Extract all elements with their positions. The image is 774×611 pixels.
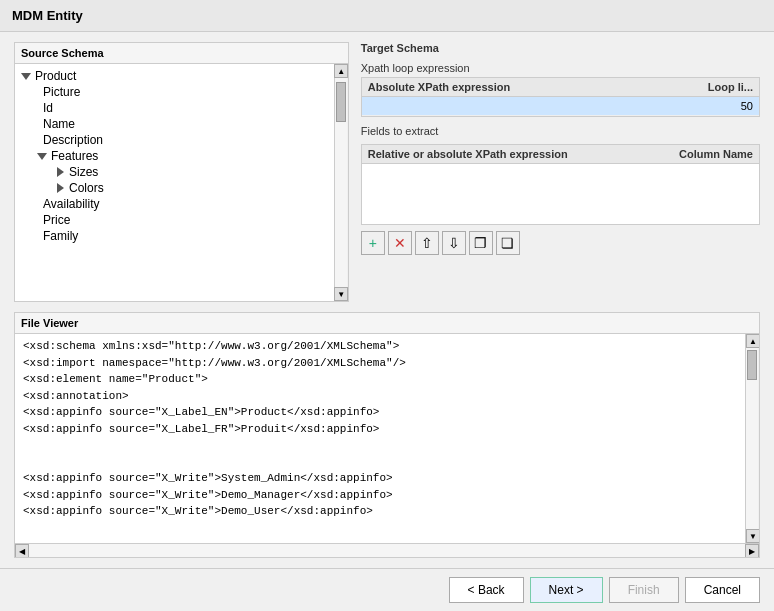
file-viewer-content: <xsd:schema xmlns:xsd="http://www.w3.org…: [15, 334, 759, 543]
fields-table-header: Relative or absolute XPath expression Co…: [362, 145, 759, 164]
scroll-track: [335, 78, 347, 287]
target-schema-panel: Target Schema Xpath loop expression Abso…: [361, 42, 760, 302]
move-up-btn[interactable]: ⇧: [415, 231, 439, 255]
tree-content: Product Picture Id Name Description F: [15, 64, 334, 301]
file-viewer-text: <xsd:schema xmlns:xsd="http://www.w3.org…: [15, 334, 745, 543]
source-scrollbar: ▲ ▼: [334, 64, 348, 301]
fields-table-body: [362, 164, 759, 224]
scroll-up-btn[interactable]: ▲: [334, 64, 348, 78]
fields-xpath-col-header: Relative or absolute XPath expression: [368, 148, 663, 160]
tree-item-colors[interactable]: Colors: [15, 180, 334, 196]
fields-colname-label: Column Name: [679, 148, 753, 160]
title-text: MDM Entity: [12, 8, 83, 23]
dialog-title: MDM Entity: [0, 0, 774, 32]
tree-container: Product Picture Id Name Description F: [15, 64, 348, 301]
finish-button[interactable]: Finish: [609, 577, 679, 603]
paste-btn[interactable]: ❏: [496, 231, 520, 255]
tree-item-family[interactable]: Family: [15, 228, 334, 244]
target-schema-title: Target Schema: [361, 42, 760, 54]
xpath-table: Absolute XPath expression Loop li... 50: [361, 77, 760, 117]
content-area: Source Schema Product Picture Id: [0, 32, 774, 568]
copy-btn[interactable]: ❐: [469, 231, 493, 255]
tree-item-sizes[interactable]: Sizes: [15, 164, 334, 180]
fields-section: Fields to extract Relative or absolute X…: [361, 125, 760, 302]
tree-item-price[interactable]: Price: [15, 212, 334, 228]
bottom-bar: < Back Next > Finish Cancel: [0, 568, 774, 611]
file-viewer-hscrollbar: ◀ ▶: [15, 543, 759, 557]
scroll-thumb[interactable]: [336, 82, 346, 122]
source-schema-title: Source Schema: [15, 43, 348, 64]
fv-scroll-up-btn[interactable]: ▲: [746, 334, 759, 348]
fields-xpath-col-label: Relative or absolute XPath expression: [368, 148, 568, 160]
file-viewer-panel: File Viewer <xsd:schema xmlns:xsd="http:…: [14, 312, 760, 558]
top-panels: Source Schema Product Picture Id: [14, 42, 760, 302]
xpath-table-header: Absolute XPath expression Loop li...: [362, 78, 759, 97]
back-button[interactable]: < Back: [449, 577, 524, 603]
fields-table: Relative or absolute XPath expression Co…: [361, 144, 760, 225]
root-label: Product: [33, 69, 76, 83]
xpath-col-header: Absolute XPath expression: [368, 81, 693, 93]
colors-expand-icon[interactable]: [53, 181, 67, 195]
colors-label: Colors: [67, 181, 104, 195]
tree-item-description[interactable]: Description: [15, 132, 334, 148]
fv-hscroll-left-btn[interactable]: ◀: [15, 544, 29, 558]
loop-col-header: Loop li...: [693, 81, 753, 93]
fv-scroll-thumb[interactable]: [747, 350, 757, 380]
fv-scroll-track: [746, 348, 758, 529]
expand-icon[interactable]: [19, 69, 33, 83]
source-schema-panel: Source Schema Product Picture Id: [14, 42, 349, 302]
move-down-btn[interactable]: ⇩: [442, 231, 466, 255]
tree-item-picture[interactable]: Picture: [15, 84, 334, 100]
fv-scroll-down-btn[interactable]: ▼: [746, 529, 759, 543]
tree-item-id[interactable]: Id: [15, 100, 334, 116]
fields-toolbar: + ✕ ⇧ ⇩ ❐ ❏: [361, 229, 760, 257]
scroll-down-btn[interactable]: ▼: [334, 287, 348, 301]
loop-col-label: Loop li...: [708, 81, 753, 93]
features-expand-icon[interactable]: [35, 149, 49, 163]
xpath-row[interactable]: 50: [362, 97, 759, 116]
delete-field-btn[interactable]: ✕: [388, 231, 412, 255]
xpath-col-label: Absolute XPath expression: [368, 81, 510, 93]
tree-item-name[interactable]: Name: [15, 116, 334, 132]
fv-hscroll-right-btn[interactable]: ▶: [745, 544, 759, 558]
file-viewer-title: File Viewer: [15, 313, 759, 334]
fields-colname-header: Column Name: [663, 148, 753, 160]
tree-root-item[interactable]: Product: [15, 68, 334, 84]
file-viewer-vscrollbar: ▲ ▼: [745, 334, 759, 543]
xpath-section-label: Xpath loop expression: [361, 62, 760, 74]
loop-value: 50: [693, 100, 753, 112]
sizes-label: Sizes: [67, 165, 98, 179]
xpath-section: Xpath loop expression Absolute XPath exp…: [361, 62, 760, 117]
fields-section-label: Fields to extract: [361, 125, 760, 137]
next-button[interactable]: Next >: [530, 577, 603, 603]
tree-item-availability[interactable]: Availability: [15, 196, 334, 212]
fv-hscroll-track: [29, 544, 745, 557]
tree-item-features[interactable]: Features: [15, 148, 334, 164]
cancel-button[interactable]: Cancel: [685, 577, 760, 603]
mdm-entity-dialog: MDM Entity Source Schema Product: [0, 0, 774, 611]
xpath-value: [368, 100, 693, 112]
features-label: Features: [49, 149, 98, 163]
sizes-expand-icon[interactable]: [53, 165, 67, 179]
add-field-btn[interactable]: +: [361, 231, 385, 255]
